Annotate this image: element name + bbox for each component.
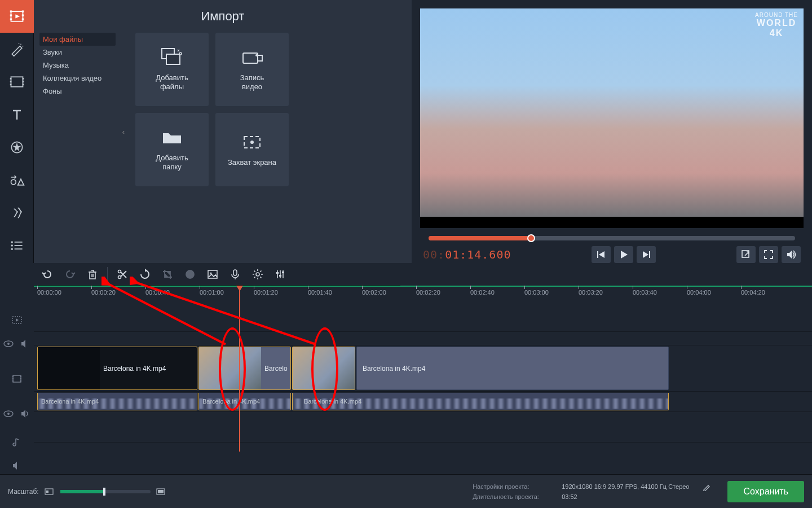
svg-point-9 xyxy=(23,46,24,47)
scrub-bar[interactable] xyxy=(429,236,795,240)
svg-rect-47 xyxy=(233,270,237,275)
film-icon xyxy=(12,374,22,384)
svg-rect-17 xyxy=(23,84,24,86)
settings-button[interactable] xyxy=(248,265,268,283)
svg-marker-35 xyxy=(599,251,604,258)
preview-canvas[interactable]: AROUND THE WORLD 4K xyxy=(420,8,804,228)
svg-rect-51 xyxy=(282,271,284,273)
audio-track[interactable] xyxy=(34,417,812,443)
linked-clip-2[interactable]: Barcelona in 4K.mp4 xyxy=(198,393,291,410)
sidebar-item-music[interactable]: Музыка xyxy=(39,59,116,72)
svg-point-23 xyxy=(11,244,14,247)
speaker-icon[interactable] xyxy=(20,339,30,349)
tab-stickers[interactable] xyxy=(0,131,34,164)
save-button[interactable]: Сохранить xyxy=(727,481,804,502)
svg-rect-7 xyxy=(22,19,24,21)
svg-rect-57 xyxy=(13,375,21,382)
import-categories: Мои файлы Звуки Музыка Коллекция видео Ф… xyxy=(39,33,116,98)
watermark: AROUND THE WORLD 4K xyxy=(755,12,798,38)
playhead[interactable] xyxy=(239,286,240,452)
mic-button[interactable] xyxy=(225,265,245,283)
tile-screen-capture[interactable]: Захват экрана xyxy=(215,113,289,186)
svg-point-65 xyxy=(7,413,10,415)
clip-label: Barcelona in 4K.mp4 xyxy=(41,398,99,405)
svg-rect-59 xyxy=(12,378,14,379)
picture-button[interactable] xyxy=(202,265,223,283)
svg-rect-71 xyxy=(46,491,48,493)
eye-icon[interactable] xyxy=(3,409,14,419)
linked-audio-track[interactable]: Barcelona in 4K.mp4 Barcelona in 4K.mp4 … xyxy=(34,392,812,412)
zoom-slider[interactable] xyxy=(60,490,151,493)
sidebar-item-sounds[interactable]: Звуки xyxy=(39,46,116,59)
zoom-knob[interactable] xyxy=(103,488,105,496)
crop-button[interactable] xyxy=(157,265,178,283)
tile-add-folder[interactable]: Добавить папку xyxy=(135,113,209,186)
tab-more[interactable] xyxy=(0,229,34,262)
clip-label: Barcelo xyxy=(264,365,288,373)
svg-marker-67 xyxy=(13,462,17,470)
player-controls: 00:01:14.600 xyxy=(412,240,812,263)
tab-callouts[interactable] xyxy=(0,164,34,196)
next-button[interactable] xyxy=(637,246,656,263)
sidebar-item-backgrounds[interactable]: Фоны xyxy=(39,85,116,98)
ruler-tick: 00:01:20 xyxy=(254,289,278,296)
color-button[interactable] xyxy=(180,265,200,283)
overlay-track-header xyxy=(0,308,34,332)
tab-import[interactable] xyxy=(0,0,34,33)
svg-rect-2 xyxy=(10,11,12,13)
zoom-in-icon[interactable] xyxy=(156,488,166,496)
clip-thumb xyxy=(199,347,261,389)
svg-marker-66 xyxy=(21,410,25,418)
prev-button[interactable] xyxy=(592,246,611,263)
play-button[interactable] xyxy=(614,246,633,263)
tab-filters[interactable] xyxy=(0,33,34,65)
detach-button[interactable] xyxy=(736,246,756,263)
rotate-button[interactable] xyxy=(135,265,155,283)
scrub-handle[interactable] xyxy=(527,234,535,242)
delete-button[interactable] xyxy=(82,265,103,283)
timeline-ruler[interactable]: 00:00:00 00:00:20 00:00:40 00:01:00 00:0… xyxy=(34,286,812,300)
import-title: Импорт xyxy=(34,0,412,29)
svg-rect-37 xyxy=(649,251,650,258)
left-toolbar xyxy=(0,0,34,263)
tab-transitions[interactable] xyxy=(0,65,34,98)
tile-record-video[interactable]: Запись видео xyxy=(215,33,289,106)
video-clip-4[interactable]: Barcelona in 4K.mp4 xyxy=(356,347,669,390)
track-headers xyxy=(0,300,34,474)
sidebar-item-my-files[interactable]: Мои файлы xyxy=(39,33,116,46)
tile-label: Добавить файлы xyxy=(156,73,188,92)
volume-button[interactable] xyxy=(782,246,801,263)
speaker-icon[interactable] xyxy=(12,461,22,471)
undo-button[interactable] xyxy=(37,265,58,283)
svg-rect-16 xyxy=(23,81,24,82)
svg-point-21 xyxy=(11,241,14,243)
speaker-icon[interactable] xyxy=(20,409,30,419)
svg-point-19 xyxy=(11,179,16,185)
split-button[interactable] xyxy=(112,265,133,283)
svg-marker-1 xyxy=(15,15,20,19)
collapse-sidebar-handle[interactable]: ‹ xyxy=(117,0,130,263)
tab-animation[interactable] xyxy=(0,196,34,229)
redo-button[interactable] xyxy=(60,265,80,283)
overlay-track[interactable] xyxy=(34,308,812,332)
video-clip-3[interactable] xyxy=(292,347,355,390)
zoom-out-icon[interactable] xyxy=(45,488,55,496)
svg-marker-56 xyxy=(21,340,25,348)
fullscreen-button[interactable] xyxy=(759,246,778,263)
edit-icon[interactable] xyxy=(703,483,710,491)
equalizer-button[interactable] xyxy=(270,265,290,283)
tab-titles[interactable] xyxy=(0,98,34,131)
tile-add-files[interactable]: Добавить файлы xyxy=(135,33,209,106)
tracks-area[interactable]: Barcelona in 4K.mp4 Barcelo Barcelona in… xyxy=(34,300,812,474)
sidebar-item-video-collection[interactable]: Коллекция видео xyxy=(39,72,116,85)
tile-label: Запись видео xyxy=(240,73,264,92)
video-clip-1[interactable]: Barcelona in 4K.mp4 xyxy=(37,347,197,390)
svg-rect-24 xyxy=(15,245,23,246)
svg-rect-58 xyxy=(12,376,14,377)
linked-clip-3[interactable]: Barcelona in 4K.mp4 xyxy=(292,393,669,410)
video-clip-2[interactable]: Barcelo xyxy=(198,347,291,390)
clip-label: Barcelona in 4K.mp4 xyxy=(202,398,260,405)
video-track[interactable]: Barcelona in 4K.mp4 Barcelo Barcelona in… xyxy=(34,345,812,392)
eye-icon[interactable] xyxy=(3,339,14,349)
linked-clip-1[interactable]: Barcelona in 4K.mp4 xyxy=(37,393,197,410)
